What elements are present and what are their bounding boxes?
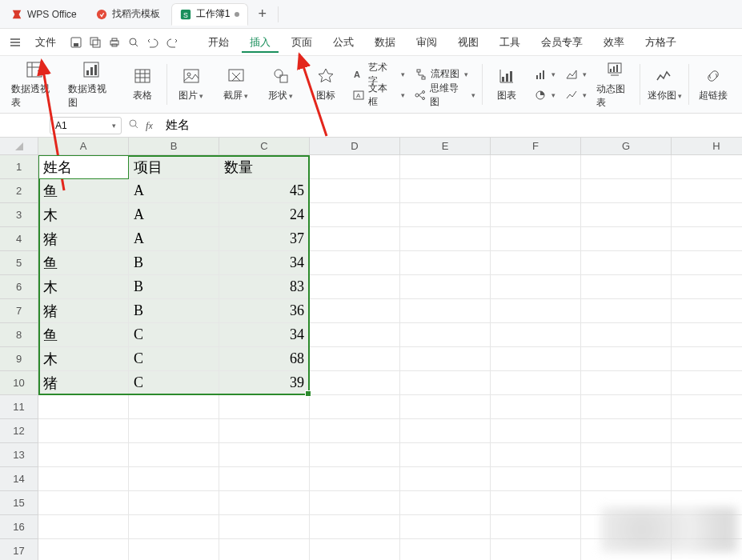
cell[interactable] [310,275,400,299]
cell[interactable] [38,539,129,560]
cell[interactable] [581,203,672,227]
cell[interactable] [400,347,491,371]
row-header[interactable]: 13 [0,443,38,467]
print-icon[interactable] [107,35,122,50]
column-header[interactable]: A [38,138,129,155]
row-header[interactable]: 6 [0,275,38,299]
cell[interactable]: 36 [219,299,310,323]
cell[interactable]: 木 [38,347,129,371]
cell[interactable] [672,371,742,395]
cell[interactable] [581,395,672,419]
menu-fangge[interactable]: 方格子 [637,32,684,53]
row-header[interactable]: 11 [0,395,38,419]
menu-insert[interactable]: 插入 [242,32,279,53]
cell[interactable]: 68 [219,347,310,371]
spreadsheet-grid[interactable]: ABCDEFGH1姓名项目数量2鱼A453木A244猪A375鱼B346木B83… [0,138,742,560]
cell[interactable]: 39 [219,371,310,395]
mini-chart-1[interactable]: ▾ [534,66,555,83]
cell[interactable]: 34 [219,251,310,275]
row-header[interactable]: 9 [0,347,38,371]
cell[interactable] [400,515,491,539]
cell[interactable] [581,179,672,203]
cell[interactable] [491,275,581,299]
cell[interactable] [310,227,400,251]
row-header[interactable]: 16 [0,515,38,539]
column-header[interactable]: D [310,138,400,155]
cell[interactable] [310,371,400,395]
cell[interactable] [491,155,581,179]
menu-start[interactable]: 开始 [200,32,237,53]
cell[interactable] [491,227,581,251]
cell[interactable] [400,203,491,227]
cell[interactable] [310,395,400,419]
save-as-icon[interactable] [88,35,102,50]
cell[interactable]: 鱼 [38,323,129,347]
row-header[interactable]: 14 [0,467,38,491]
textbox-button[interactable]: A 文本框▾ [353,86,405,104]
cell[interactable] [219,467,310,491]
cell[interactable]: 83 [219,275,310,299]
cell[interactable] [310,179,400,203]
cell[interactable]: B [129,299,219,323]
cell[interactable]: 数量 [219,155,310,179]
screenshot-button[interactable]: 截屏▾ [219,66,254,102]
cell[interactable] [129,443,219,467]
menu-page[interactable]: 页面 [283,32,320,53]
cell[interactable]: 木 [38,203,129,227]
cell[interactable]: A [129,227,219,251]
cell[interactable] [581,275,672,299]
row-header[interactable]: 17 [0,539,38,560]
new-tab-button[interactable]: + [251,6,273,22]
cell[interactable]: 24 [219,203,310,227]
name-box[interactable]: A1 ▾ [50,117,122,134]
cell[interactable] [129,467,219,491]
cell[interactable]: C [129,323,219,347]
cell[interactable] [400,443,491,467]
cell[interactable] [491,251,581,275]
column-header[interactable]: C [219,138,310,155]
save-icon[interactable] [69,35,83,50]
cell[interactable] [491,443,581,467]
menu-icon[interactable] [8,35,22,50]
mini-chart-2[interactable]: ▾ [534,86,555,104]
row-header[interactable]: 1 [0,155,38,179]
cancel-icon[interactable] [128,118,139,132]
cell[interactable] [129,539,219,560]
pivot-table-button[interactable]: 数据透视表 [11,60,58,110]
app-tab[interactable]: WPS Office [3,3,85,26]
cell[interactable] [581,227,672,251]
cell[interactable]: 鱼 [38,179,129,203]
cell[interactable] [38,443,129,467]
cell[interactable] [219,539,310,560]
menu-efficiency[interactable]: 效率 [596,32,632,53]
row-header[interactable]: 5 [0,251,38,275]
cell[interactable] [38,515,129,539]
cell[interactable] [581,443,672,467]
cell[interactable] [491,371,581,395]
select-all-corner[interactable] [0,138,38,155]
cell[interactable] [310,419,400,443]
cell[interactable] [310,515,400,539]
cell[interactable]: 猪 [38,371,129,395]
cell[interactable] [581,155,672,179]
cell[interactable] [672,467,742,491]
cell[interactable] [38,419,129,443]
cell[interactable] [581,251,672,275]
cell[interactable] [38,491,129,515]
mini-chart-3[interactable]: ▾ [565,66,587,83]
cell[interactable] [672,179,742,203]
column-header[interactable]: E [400,138,491,155]
column-header[interactable]: F [491,138,581,155]
cell[interactable] [400,251,491,275]
cell[interactable]: B [129,251,219,275]
pivot-chart-button[interactable]: 数据透视图 [68,60,115,110]
cell[interactable] [219,395,310,419]
cell[interactable] [672,155,742,179]
cell[interactable]: C [129,371,219,395]
cell[interactable] [581,467,672,491]
cell[interactable]: 45 [219,179,310,203]
cell[interactable] [491,395,581,419]
cell[interactable] [38,467,129,491]
cell[interactable] [491,299,581,323]
cell[interactable] [672,443,742,467]
